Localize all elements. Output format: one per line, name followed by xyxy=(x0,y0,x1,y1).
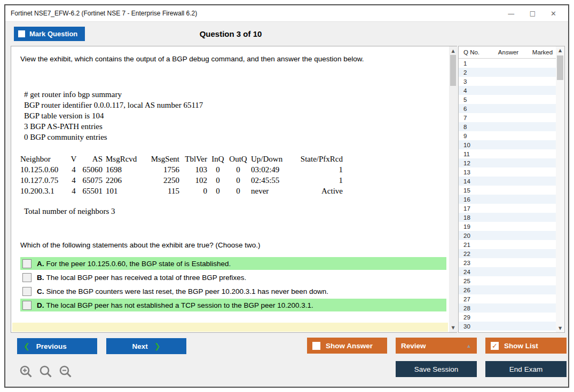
show-list-checkbox[interactable]: ✓ xyxy=(491,342,499,350)
question-list-scrollbar-thumb[interactable] xyxy=(557,55,563,80)
question-list-row[interactable]: 20 xyxy=(459,231,564,240)
content-scrollbar-thumb[interactable] xyxy=(450,55,456,86)
question-list-row[interactable]: 1 xyxy=(459,59,564,68)
review-label: Review xyxy=(401,342,426,350)
q-no-cell: 14 xyxy=(459,178,490,185)
q-no-cell: 26 xyxy=(459,287,490,293)
exhibit-output: # get router info bgp summaryBGP router … xyxy=(24,89,446,142)
question-list-row[interactable]: 10 xyxy=(459,140,564,149)
question-list-row[interactable]: 26 xyxy=(459,285,564,294)
window-title: Fortinet NSE7_EFW-6.2 (Fortinet NSE 7 - … xyxy=(5,10,508,17)
zoom-in-icon[interactable] xyxy=(19,365,33,379)
next-button[interactable]: Next ❯ xyxy=(106,338,186,354)
save-session-button[interactable]: Save Session xyxy=(396,361,477,377)
show-answer-label: Show Answer xyxy=(326,342,373,350)
question-list-row[interactable]: 23 xyxy=(459,258,564,267)
bgp-table-cell: 0 xyxy=(229,186,251,196)
question-list-row[interactable]: 8 xyxy=(459,122,564,131)
question-list-row[interactable]: 21 xyxy=(459,240,564,249)
q-no-cell: 12 xyxy=(459,160,490,166)
question-list-row[interactable]: 27 xyxy=(459,294,564,303)
minimize-icon[interactable]: — xyxy=(508,10,515,17)
zoom-reset-icon[interactable] xyxy=(39,365,53,379)
bgp-table-cell: 65501 xyxy=(81,186,106,196)
question-list-row[interactable]: 24 xyxy=(459,267,564,276)
answer-option-b[interactable]: B.The local BGP peer has received a tota… xyxy=(20,271,446,284)
bgp-table-cell: 1 xyxy=(297,164,346,175)
question-list-row[interactable]: 25 xyxy=(459,276,564,285)
bgp-table-cell: 101 xyxy=(106,186,144,196)
bgp-table-cell: Active xyxy=(297,186,346,196)
option-checkbox[interactable] xyxy=(22,273,32,282)
question-list-row[interactable]: 4 xyxy=(459,86,564,95)
scroll-down-icon[interactable]: ▼ xyxy=(449,324,457,332)
question-list-row[interactable]: 30 xyxy=(459,322,564,331)
exhibit-line: BGP table version is 104 xyxy=(24,110,446,121)
q-no-cell: 17 xyxy=(459,205,490,212)
bgp-table-cell: 102 xyxy=(183,175,210,186)
answer-option-a[interactable]: A.For the peer 10.125.0.60, the BGP stat… xyxy=(20,257,446,270)
q-no-cell: 7 xyxy=(459,115,490,121)
question-list-row[interactable]: 5 xyxy=(459,95,564,104)
question-list-row[interactable]: 9 xyxy=(459,131,564,140)
column-answer: Answer xyxy=(490,49,527,55)
bgp-table-cell: 4 xyxy=(69,186,81,196)
maximize-icon[interactable]: □ xyxy=(530,10,536,17)
exhibit-line: BGP router identifier 0.0.0.117, local A… xyxy=(24,100,446,110)
question-intro: View the exhibit, which contains the out… xyxy=(20,55,446,63)
highlight-bar xyxy=(12,323,448,332)
close-icon[interactable]: ✕ xyxy=(551,10,556,17)
chevron-right-icon: ❯ xyxy=(154,342,161,350)
exhibit-line: 3 BGP AS-PATH entries xyxy=(24,121,446,132)
question-list-scrollbar[interactable]: ▲ ▼ xyxy=(556,46,564,332)
show-answer-checkbox[interactable] xyxy=(312,342,320,350)
question-list-row[interactable]: 19 xyxy=(459,222,564,231)
question-list-row[interactable]: 15 xyxy=(459,186,564,195)
review-button[interactable]: Review ▲ xyxy=(396,338,477,354)
question-list-row[interactable]: 6 xyxy=(459,104,564,113)
question-list-row[interactable]: 14 xyxy=(459,177,564,186)
scroll-down-icon[interactable]: ▼ xyxy=(556,324,564,332)
exam-window: Fortinet NSE7_EFW-6.2 (Fortinet NSE 7 - … xyxy=(4,4,569,388)
bgp-table-cell: 0 xyxy=(183,186,210,196)
bgp-table-cell: never xyxy=(251,186,297,196)
question-list-row[interactable]: 11 xyxy=(459,149,564,158)
scroll-up-icon[interactable]: ▲ xyxy=(449,47,457,55)
question-list-row[interactable]: 29 xyxy=(459,313,564,322)
question-list-row[interactable]: 28 xyxy=(459,303,564,313)
show-list-label: Show List xyxy=(504,342,538,350)
answer-option-d[interactable]: D.The local BGP peer has not established… xyxy=(20,299,446,311)
end-exam-button[interactable]: End Exam xyxy=(485,361,567,377)
option-text: D.The local BGP peer has not established… xyxy=(37,301,313,309)
zoom-out-icon[interactable] xyxy=(59,365,73,379)
option-checkbox[interactable] xyxy=(22,259,32,268)
question-list-row[interactable]: 2 xyxy=(459,68,564,77)
show-list-button[interactable]: ✓ Show List xyxy=(485,338,567,354)
scroll-up-icon[interactable]: ▲ xyxy=(556,46,564,54)
bgp-table-cell: 10.125.0.60 xyxy=(20,164,69,175)
end-exam-label: End Exam xyxy=(509,365,542,373)
question-list-row[interactable]: 3 xyxy=(459,77,564,86)
question-list-row[interactable]: 16 xyxy=(459,195,564,204)
q-no-cell: 8 xyxy=(459,124,490,130)
bgp-table-cell: 4 xyxy=(69,175,81,186)
option-checkbox[interactable] xyxy=(22,287,32,296)
answer-option-c[interactable]: C.Since the BGP counters were last reset… xyxy=(20,285,446,298)
show-answer-button[interactable]: Show Answer xyxy=(307,338,387,354)
option-text: A.For the peer 10.125.0.60, the BGP stat… xyxy=(37,260,231,268)
question-list-row[interactable]: 12 xyxy=(459,158,564,167)
content-scrollbar[interactable]: ▲ ▼ xyxy=(449,46,457,332)
question-list-header: Q No. Answer Marked xyxy=(459,46,564,59)
question-list-row[interactable]: 7 xyxy=(459,113,564,122)
bgp-column-header: InQ xyxy=(210,154,229,164)
option-checkbox[interactable] xyxy=(22,301,32,310)
question-list-row[interactable]: 13 xyxy=(459,167,564,177)
bgp-table-row: 10.200.3.1465501101115000neverActive xyxy=(20,186,346,196)
bgp-table-cell: 0 xyxy=(210,186,229,196)
question-list-row[interactable]: 18 xyxy=(459,213,564,222)
previous-button[interactable]: ❮ Previous xyxy=(17,338,97,354)
question-list-row[interactable]: 22 xyxy=(459,249,564,258)
bgp-column-header: V xyxy=(69,154,81,164)
question-list-row[interactable]: 17 xyxy=(459,204,564,213)
q-no-cell: 13 xyxy=(459,169,490,175)
